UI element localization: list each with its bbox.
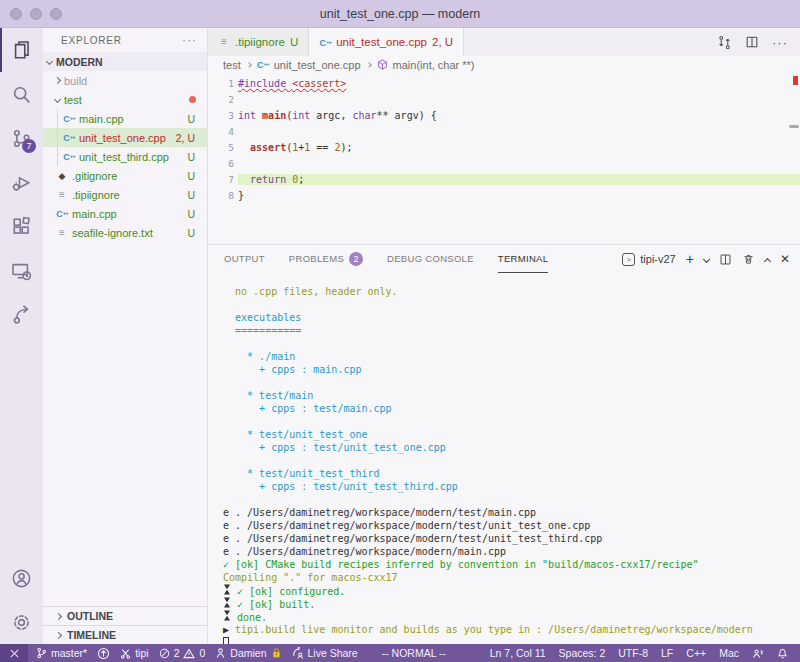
cpp-file-icon: C++ xyxy=(319,36,331,49)
symbol-method-icon xyxy=(377,59,388,70)
chevron-down-icon[interactable] xyxy=(703,255,710,262)
live-share-status[interactable]: Live Share xyxy=(292,647,358,659)
lock-icon xyxy=(271,647,282,659)
tab-debug-console[interactable]: DEBUG CONSOLE xyxy=(387,245,474,273)
tree-file-.gitignore[interactable]: ◆.gitignoreU xyxy=(43,166,207,185)
remote-indicator[interactable] xyxy=(0,644,28,662)
language-mode[interactable]: C++ xyxy=(686,647,706,659)
run-debug-icon[interactable] xyxy=(0,160,43,204)
indent-guide xyxy=(57,147,58,166)
os-indicator[interactable]: Mac xyxy=(719,647,739,659)
hourglass-icon xyxy=(223,584,231,595)
terminal-name: tipi-v27 xyxy=(640,253,675,265)
tab-problems[interactable]: PROBLEMS2 xyxy=(289,245,363,273)
tab-unit-test-one[interactable]: C++ unit_test_one.cpp 2, U xyxy=(309,28,464,56)
tipi-status[interactable]: tipi xyxy=(120,647,148,659)
eol-setting[interactable]: LF xyxy=(661,647,673,659)
terminal-output[interactable]: no .cpp files, header only. executables … xyxy=(208,273,800,644)
timeline-section[interactable]: TIMELINE xyxy=(43,625,207,644)
terminal-selector[interactable]: > tipi-v27 xyxy=(622,253,675,266)
gitignore-file-icon: ◆ xyxy=(56,170,68,182)
git-status-badge: 2, U xyxy=(176,132,195,144)
bottom-panel: OUTPUT PROBLEMS2 DEBUG CONSOLE TERMINAL … xyxy=(208,244,800,644)
cpp-file-icon: C++ xyxy=(63,150,75,163)
source-control-badge: 7 xyxy=(22,139,36,153)
breadcrumb-symbol[interactable]: main(int, char **) xyxy=(393,59,475,71)
timeline-label: TIMELINE xyxy=(67,629,116,641)
error-dot xyxy=(189,96,196,103)
sidebar-title: EXPLORER xyxy=(61,35,122,46)
tree-file-main.cpp[interactable]: C++main.cppU xyxy=(43,109,207,128)
tree-file-unit_test_one.cpp[interactable]: C++unit_test_one.cpp2, U xyxy=(43,128,207,147)
extensions-icon[interactable] xyxy=(0,204,43,248)
user-status[interactable]: Damien xyxy=(215,647,281,659)
tree-file-seafile-ignore.txt[interactable]: ≡seafile-ignore.txtU xyxy=(43,223,207,242)
close-window-button[interactable] xyxy=(10,8,22,20)
git-status-badge: U xyxy=(187,170,195,182)
tree-file-unit_test_third.cpp[interactable]: C++unit_test_third.cppU xyxy=(43,147,207,166)
more-actions-icon[interactable]: ··· xyxy=(772,35,788,50)
breadcrumb-folder[interactable]: test xyxy=(223,59,241,71)
chevron-right-icon xyxy=(55,612,62,619)
new-terminal-icon[interactable]: + xyxy=(686,251,694,267)
git-status-badge: U xyxy=(187,227,195,239)
notifications-bell-icon[interactable] xyxy=(777,647,788,659)
remote-explorer-icon[interactable] xyxy=(0,248,43,292)
tab-tipiignore[interactable]: ≡ .tipiignore U xyxy=(208,28,309,56)
explorer-icon[interactable] xyxy=(0,28,43,72)
indentation-setting[interactable]: Spaces: 2 xyxy=(559,647,606,659)
tree-file-main.cpp[interactable]: C++main.cppU xyxy=(43,204,207,223)
account-icon[interactable] xyxy=(0,556,43,600)
maximize-window-button[interactable] xyxy=(50,8,62,20)
breadcrumb: test C++ unit_test_one.cpp main(int, cha… xyxy=(208,56,800,73)
item-label: seafile-ignore.txt xyxy=(72,227,183,239)
sync-changes-button[interactable] xyxy=(97,647,110,660)
source-control-icon[interactable]: 7 xyxy=(0,116,43,160)
scrollbar-mark xyxy=(789,125,799,128)
git-branch-status[interactable]: master* xyxy=(36,647,87,659)
error-count: 2 xyxy=(174,647,180,659)
chevron-down-icon xyxy=(54,96,61,103)
tree-file-.tipiignore[interactable]: ≡.tipiignoreU xyxy=(43,185,207,204)
item-label: unit_test_one.cpp xyxy=(79,132,172,144)
hourglass-icon xyxy=(223,597,231,608)
split-editor-icon[interactable] xyxy=(745,35,759,49)
tipi-share-icon[interactable] xyxy=(0,292,43,336)
window-title: unit_test_one.cpp — modern xyxy=(320,7,481,21)
search-icon[interactable] xyxy=(0,72,43,116)
item-label: main.cpp xyxy=(79,113,183,125)
split-terminal-icon[interactable] xyxy=(719,253,732,266)
close-panel-icon[interactable]: ✕ xyxy=(780,252,790,266)
feedback-icon[interactable] xyxy=(752,648,764,659)
code-line-4: 4 xyxy=(208,123,800,139)
problems-status[interactable]: 2 0 xyxy=(159,647,206,659)
terminal-cursor xyxy=(223,637,229,644)
workspace-section-header[interactable]: MODERN xyxy=(43,52,207,71)
code-editor[interactable]: 1#include <cassert>23int main(int argc, … xyxy=(208,73,800,244)
open-changes-icon[interactable] xyxy=(717,35,732,50)
kill-terminal-icon[interactable] xyxy=(742,253,755,266)
problems-count-badge: 2 xyxy=(349,252,363,266)
code-line-1: 1#include <cassert> xyxy=(208,75,800,91)
tab-output[interactable]: OUTPUT xyxy=(224,245,265,273)
indent-guide xyxy=(57,109,58,128)
list-file-icon: ≡ xyxy=(218,36,230,48)
git-status-badge: U xyxy=(187,151,195,163)
tab-terminal[interactable]: TERMINAL xyxy=(498,245,548,273)
item-label: unit_test_third.cpp xyxy=(79,151,183,163)
item-label: .tipiignore xyxy=(72,189,183,201)
outline-section[interactable]: OUTLINE xyxy=(43,606,207,625)
code-line-5: 5 assert(1+1 == 2); xyxy=(208,139,800,155)
maximize-panel-icon[interactable] xyxy=(764,257,771,264)
hourglass-icon xyxy=(223,610,231,621)
minimize-window-button[interactable] xyxy=(30,8,42,20)
encoding-setting[interactable]: UTF-8 xyxy=(618,647,648,659)
settings-gear-icon[interactable] xyxy=(0,600,43,644)
vim-mode-indicator[interactable]: -- NORMAL -- xyxy=(382,647,446,659)
tree-folder-build[interactable]: build xyxy=(43,71,207,90)
explorer-more-actions-icon[interactable]: ··· xyxy=(182,33,197,47)
tree-folder-test[interactable]: test xyxy=(43,90,207,109)
breadcrumb-file[interactable]: unit_test_one.cpp xyxy=(274,59,361,71)
cursor-position[interactable]: Ln 7, Col 11 xyxy=(490,647,546,659)
tipi-label: tipi xyxy=(135,647,148,659)
